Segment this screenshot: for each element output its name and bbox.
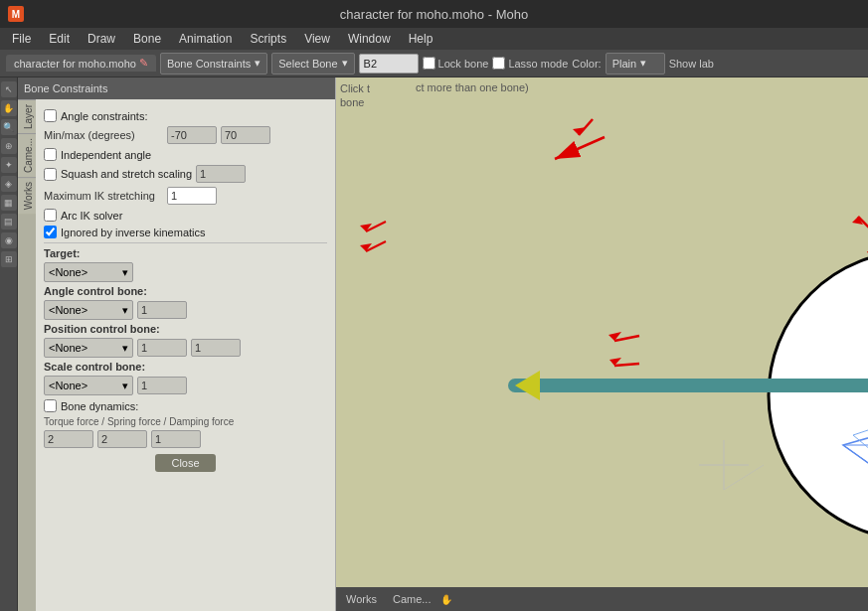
ignored-ik-row: Ignored by inverse kinematics [44,226,327,238]
torque-row [44,430,327,448]
close-button[interactable]: Close [155,454,215,472]
arc-ik-row: Arc IK solver [44,209,327,222]
svg-marker-2 [515,371,540,400]
side-tabs: Layer Came... Works [18,99,36,611]
tool-bone1[interactable]: ⊕ [1,138,17,154]
menu-view[interactable]: View [296,30,338,48]
menu-window[interactable]: Window [340,30,399,48]
svg-line-27 [858,217,868,231]
target-dropdown-row: <None> ▾ [44,262,327,282]
svg-line-23 [614,364,639,366]
lasso-mode-checkbox[interactable] [492,57,505,70]
bone-constraints-dropdown[interactable]: Bone Constraints ▾ [160,53,267,75]
works-tab[interactable]: Works [340,591,383,607]
svg-line-21 [614,336,639,341]
select-bone-dropdown[interactable]: Select Bone ▾ [271,53,354,75]
edit-icon: ✎ [139,57,148,70]
left-tool-panel: ↖ ✋ 🔍 ⊕ ✦ ◈ ▦ ▤ ◉ ⊞ [0,77,18,611]
target-dropdown-arrow-icon: ▾ [122,266,128,279]
color-dropdown[interactable]: Plain ▾ [606,53,665,75]
camera-tab[interactable]: Came... [387,591,437,607]
arc-ik-checkbox[interactable] [44,209,57,222]
svg-marker-20 [573,127,587,135]
bone-dynamics-row: Bone dynamics: [44,399,327,412]
menu-edit[interactable]: Edit [41,30,78,48]
bone-visualization [336,77,868,611]
menu-scripts[interactable]: Scripts [242,30,294,48]
tool-zoom[interactable]: 🔍 [1,119,17,135]
menu-draw[interactable]: Draw [80,30,123,48]
lock-bone-wrap: Lock bone [423,57,489,70]
menu-file[interactable]: File [4,30,39,48]
squash-value-input[interactable] [196,165,246,183]
torque-val3[interactable] [151,430,201,448]
scale-control-row: <None> ▾ [44,376,327,395]
divider1 [44,242,327,243]
tool-bone3[interactable]: ◈ [1,176,17,192]
panel-header: Bone Constraints [18,77,335,99]
torque-val2[interactable] [97,430,147,448]
window-title: character for moho.moho - Moho [340,7,528,22]
minmax-row: Min/max (degrees) [44,126,327,144]
app-icon: M [8,6,24,22]
tool-bone2[interactable]: ✦ [1,157,17,173]
canvas-area: Click t bone ct more than one bone) [336,77,868,611]
pos-control-val2[interactable] [191,339,241,357]
ignored-ik-checkbox[interactable] [44,226,57,238]
scale-dropdown-arrow-icon: ▾ [122,380,128,392]
document-tab[interactable]: character for moho.moho ✎ [6,55,156,72]
torque-val1[interactable] [44,430,93,448]
position-control-row: <None> ▾ [44,338,327,358]
menu-bar: File Edit Draw Bone Animation Scripts Vi… [0,28,868,50]
tool-camera2[interactable]: ⊞ [1,251,17,267]
position-control-dropdown[interactable]: <None> ▾ [44,338,133,358]
menu-help[interactable]: Help [401,30,441,48]
dropdown-arrow-icon: ▾ [255,57,260,70]
max-angle-input[interactable] [221,126,270,144]
pos-control-val1[interactable] [137,339,187,357]
target-dropdown[interactable]: <None> ▾ [44,262,133,282]
panel-content: Angle constraints: Min/max (degrees) Ind… [36,99,335,611]
independent-angle-checkbox[interactable] [44,148,57,161]
angle-constraints-row: Angle constraints: [44,109,327,122]
scale-control-val[interactable] [137,377,187,394]
bone-name-input[interactable] [359,54,419,74]
svg-point-0 [769,251,868,539]
side-tab-camera[interactable]: Came... [18,133,36,177]
lasso-mode-wrap: Lasso mode [492,57,568,70]
angle-control-value[interactable] [137,301,187,319]
target-label: Target: [44,247,327,259]
tool-layer2[interactable]: ▤ [1,214,17,229]
svg-line-17 [724,465,764,490]
bone-dynamics-checkbox[interactable] [44,399,57,412]
tool-camera[interactable]: ◉ [1,232,17,248]
main-area: ↖ ✋ 🔍 ⊕ ✦ ◈ ▦ ▤ ◉ ⊞ Bone Constraints Lay… [0,77,868,611]
max-ik-row: Maximum IK stretching [44,187,327,205]
tool-hand[interactable]: ✋ [1,100,17,116]
angle-control-row: <None> ▾ [44,300,327,320]
lock-bone-checkbox[interactable] [423,57,435,70]
menu-bone[interactable]: Bone [125,30,169,48]
toolbar: character for moho.moho ✎ Bone Constrain… [0,50,868,77]
dropdown-arrow-icon2: ▾ [342,57,348,70]
side-tab-layer[interactable]: Layer [18,99,36,133]
scale-control-dropdown[interactable]: <None> ▾ [44,376,133,395]
squash-stretch-row: Squash and stretch scaling [44,165,327,183]
angle-constraints-checkbox[interactable] [44,109,57,122]
menu-animation[interactable]: Animation [171,30,240,48]
independent-angle-row: Independent angle [44,148,327,161]
tool-layer1[interactable]: ▦ [1,195,17,211]
min-angle-input[interactable] [167,126,217,144]
title-bar: M character for moho.moho - Moho [0,0,868,28]
angle-control-label: Angle control bone: [44,285,327,297]
position-dropdown-arrow-icon: ▾ [122,342,128,355]
tool-cursor[interactable]: ↖ [1,81,17,97]
hand-tool[interactable]: ✋ [440,594,452,605]
position-control-label: Position control bone: [44,323,327,335]
color-dropdown-arrow-icon: ▾ [640,57,646,70]
max-ik-input[interactable] [167,187,217,205]
squash-stretch-checkbox[interactable] [44,168,57,181]
bottom-panel: Works Came... ✋ [336,587,868,611]
side-tab-works[interactable]: Works [18,177,36,214]
angle-control-dropdown[interactable]: <None> ▾ [44,300,133,320]
